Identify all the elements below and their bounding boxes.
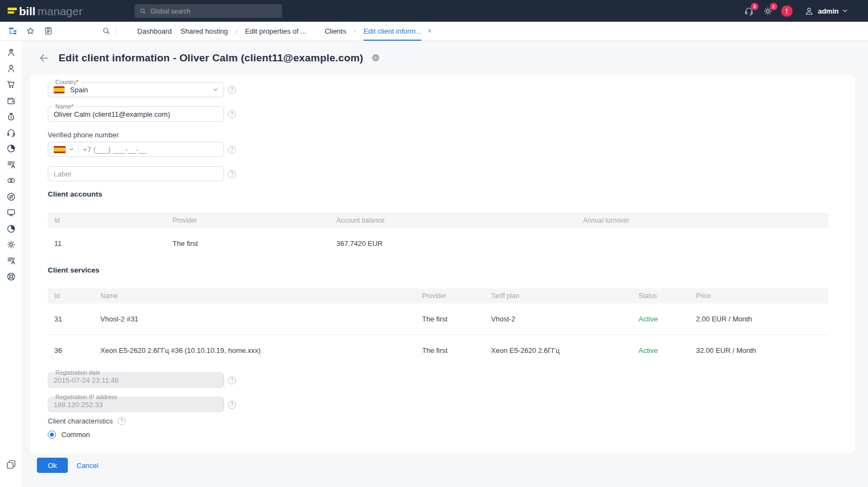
close-tab-icon[interactable]: × xyxy=(427,27,432,35)
characteristic-common-radio[interactable]: Common xyxy=(48,431,90,439)
col-provider: Provider xyxy=(173,217,336,224)
user-menu[interactable]: admin xyxy=(804,6,847,16)
logo-text-light: manager xyxy=(37,5,82,17)
settings-badge: 2 xyxy=(770,3,777,10)
sidebar-item-support[interactable] xyxy=(0,125,22,141)
country-help-icon[interactable]: ? xyxy=(228,86,236,94)
search-icon xyxy=(139,8,146,15)
brand-icon xyxy=(8,8,17,14)
sidebar-item-payments[interactable] xyxy=(0,93,22,109)
client-services-table: Id Name Provider Tariff plan Status Pric… xyxy=(48,288,828,365)
phone-help-icon[interactable]: ? xyxy=(228,146,236,154)
cancel-link[interactable]: Cancel xyxy=(76,461,98,470)
service-row[interactable]: 36 Xeon E5-2620 2.6ГГц #36 (10.10.10.19,… xyxy=(48,334,828,365)
form-card: Country* Spain ? Name* Oliver Calm (clie… xyxy=(30,75,855,453)
wallet-icon xyxy=(6,96,16,106)
support-badge: 3 xyxy=(751,3,758,10)
tab-edit-properties[interactable]: Edit properties of ... xyxy=(245,22,307,40)
accounts-header-row: Id Provider Account balance Annual turno… xyxy=(48,213,828,228)
name-help-icon[interactable]: ? xyxy=(228,110,236,118)
registration-ip-label: Registration IP address xyxy=(53,393,119,401)
menu-tree-button[interactable] xyxy=(4,22,21,40)
required-asterisk: * xyxy=(76,79,79,85)
tab-search-button[interactable] xyxy=(100,22,113,40)
pie-chart-icon xyxy=(6,143,16,154)
country-value: Spain xyxy=(70,86,213,94)
col-name: Name xyxy=(100,292,422,300)
headset-icon xyxy=(6,128,16,138)
sidebar-item-transfers[interactable] xyxy=(0,189,22,205)
country-label: Country xyxy=(55,79,76,85)
client-accounts-title: Client accounts xyxy=(48,190,103,198)
tab-clients[interactable]: Clients xyxy=(324,22,346,40)
collapse-sidebar-button[interactable] xyxy=(5,459,17,470)
sidebar-item-help[interactable] xyxy=(0,269,22,285)
settings-notifications-button[interactable]: 2 xyxy=(762,5,774,17)
sidebar-item-integrations[interactable] xyxy=(0,173,22,189)
label-placeholder: Label xyxy=(54,170,218,178)
sidebar-item-logs[interactable] xyxy=(0,253,22,269)
tab-edit-client-information[interactable]: Edit client inform... xyxy=(363,22,422,40)
tab-dashboard[interactable]: Dashboard xyxy=(137,22,172,40)
phone-section-label: Verified phone number xyxy=(48,131,119,139)
characteristics-help-icon[interactable]: ? xyxy=(118,417,126,425)
ok-button[interactable]: Ok xyxy=(37,458,68,473)
client-accounts-table: Id Provider Account balance Annual turno… xyxy=(48,213,828,259)
document-user-icon xyxy=(6,160,16,170)
page-title: Edit client information - Oliver Calm (c… xyxy=(59,52,363,64)
name-value: Oliver Calm (client11@example.com) xyxy=(54,110,218,118)
sidebar-item-statistics[interactable] xyxy=(0,141,22,157)
account-row[interactable]: 11 The first 367.7420 EUR xyxy=(48,228,828,259)
country-select[interactable]: Country* Spain xyxy=(48,82,224,97)
support-button[interactable]: 3 xyxy=(743,5,755,17)
gear-icon xyxy=(6,239,16,250)
sidebar-item-servers[interactable] xyxy=(0,205,22,221)
sidebar-item-settings[interactable] xyxy=(0,237,22,253)
back-button[interactable] xyxy=(38,52,50,64)
main-content: Edit client information - Oliver Calm (c… xyxy=(23,41,868,487)
radio-selected-icon xyxy=(48,431,56,439)
chevron-down-icon[interactable] xyxy=(69,148,74,151)
chevron-right-icon: › xyxy=(235,28,238,34)
windows-icon xyxy=(5,459,17,470)
user-name: admin xyxy=(818,7,839,15)
radio-label: Common xyxy=(61,431,90,439)
col-account-balance: Account balance xyxy=(336,217,583,224)
registration-ip-field: Registration IP address 188.120.252.33 xyxy=(48,397,224,412)
global-search-input[interactable]: Global search xyxy=(135,4,282,18)
phone-field[interactable]: +7 (___) ___-__-__ xyxy=(48,142,224,157)
name-label: Name xyxy=(55,103,71,110)
col-id: Id xyxy=(54,217,173,224)
col-provider: Provider xyxy=(422,292,491,300)
sidebar-item-orders[interactable] xyxy=(0,77,22,93)
sidebar-item-reports[interactable] xyxy=(0,221,22,237)
registration-ip-help-icon[interactable]: ? xyxy=(228,401,236,409)
global-search-placeholder: Global search xyxy=(150,8,190,15)
alert-button[interactable]: ! xyxy=(781,5,793,17)
name-field[interactable]: Name* Oliver Calm (client11@example.com) xyxy=(48,106,224,122)
logo-text-bold: bill xyxy=(19,5,35,17)
cart-icon xyxy=(6,79,16,90)
registration-ip-value: 188.120.252.33 xyxy=(54,401,218,409)
star-icon xyxy=(25,26,35,36)
pie-chart-icon xyxy=(6,224,16,234)
transfer-icon xyxy=(6,192,16,202)
linked-rings-icon xyxy=(6,175,16,186)
sidebar-item-clients[interactable] xyxy=(0,45,22,61)
services-header-row: Id Name Provider Tariff plan Status Pric… xyxy=(48,288,828,303)
tasks-button[interactable] xyxy=(42,22,55,40)
client-characteristics-label: Client characteristics xyxy=(48,417,113,425)
registration-date-value: 2015-07-24 23:11:48 xyxy=(54,376,218,384)
tree-menu-icon xyxy=(8,26,17,36)
sidebar-item-expenses[interactable]: $ xyxy=(0,109,22,125)
label-field[interactable]: Label xyxy=(48,166,224,181)
spain-flag-icon xyxy=(54,86,65,93)
label-help-icon[interactable]: ? xyxy=(228,170,236,178)
sidebar-item-users[interactable] xyxy=(0,61,22,77)
globe-icon[interactable] xyxy=(371,53,380,62)
favorites-button[interactable] xyxy=(24,22,37,40)
tab-shared-hosting[interactable]: Shared hosting xyxy=(181,22,228,40)
sidebar-item-client-reports[interactable] xyxy=(0,157,22,173)
registration-date-help-icon[interactable]: ? xyxy=(228,376,236,384)
service-row[interactable]: 31 Vhost-2 #31 The first Vhost-2 Active … xyxy=(48,303,828,334)
